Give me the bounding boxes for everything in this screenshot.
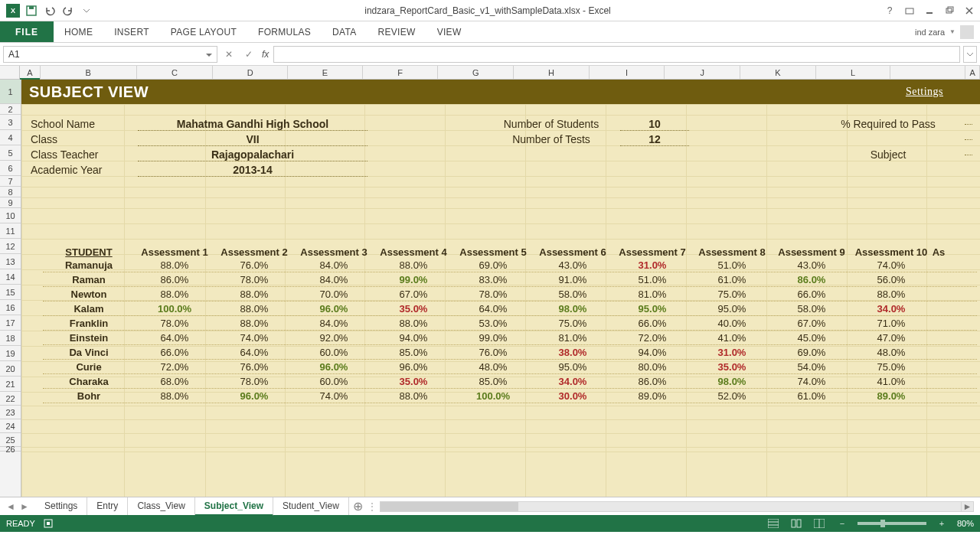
cell-grid[interactable]: SUBJECT VIEW Settings School Name Mahatm… [21,80,980,497]
col-header[interactable]: D [213,66,288,79]
row-header[interactable]: 16 [0,300,21,315]
row-header[interactable]: 8 [0,187,21,197]
normal-view-icon[interactable] [766,517,781,530]
zoom-in-icon[interactable]: + [934,517,949,530]
formula-input[interactable] [273,46,960,63]
qat-customize-icon[interactable] [78,2,95,19]
row-header[interactable]: 2 [0,104,21,115]
scroll-right-icon[interactable]: ► [961,502,973,511]
col-header[interactable]: L [816,66,891,79]
row-header[interactable]: 11 [0,223,21,239]
student-name: Einstein [43,332,135,344]
row-header[interactable]: 12 [0,239,21,254]
row-header[interactable]: 20 [0,361,21,377]
page-break-view-icon[interactable] [812,517,827,530]
row-header[interactable]: 26 [0,447,21,452]
sheet-tab-settings[interactable]: Settings [35,497,87,515]
expand-formula-icon[interactable] [963,46,977,63]
ribbon-display-icon[interactable] [900,3,919,18]
score-cell: 71.0% [851,318,931,329]
row-header[interactable]: 18 [0,331,21,346]
col-header[interactable]: K [740,66,816,79]
tab-data[interactable]: DATA [322,21,367,42]
score-cell: 45.0% [772,332,851,344]
zoom-slider[interactable] [858,522,926,525]
macro-icon[interactable] [43,518,54,529]
row-header[interactable]: 7 [0,176,21,187]
col-header[interactable]: E [288,66,363,79]
row-header[interactable]: 19 [0,346,21,361]
row-header[interactable]: 3 [0,115,21,130]
score-cell: 69.0% [772,347,851,358]
redo-icon[interactable] [60,2,77,19]
horizontal-scrollbar[interactable]: ◄ ► [380,501,974,512]
row-header[interactable]: 4 [0,130,21,145]
col-header[interactable]: I [590,66,665,79]
cancel-formula-icon[interactable]: ✕ [220,46,237,63]
student-name: Charaka [43,376,135,387]
name-box[interactable]: A1 [3,46,217,63]
sheet-tab-entry[interactable]: Entry [87,497,128,515]
title-bar: X indzara_ReportCard_Basic_v1_withSample… [0,0,980,21]
excel-icon[interactable]: X [5,2,21,19]
sheet-tab-subject_view[interactable]: Subject_View [195,497,273,516]
row-header[interactable]: 13 [0,254,21,269]
row-header[interactable]: 10 [0,208,21,223]
row-header[interactable]: 5 [0,145,21,161]
row-header[interactable]: 15 [0,285,21,300]
row-header[interactable]: 6 [0,161,21,176]
tab-review[interactable]: REVIEW [368,21,426,42]
sheet-nav-next-icon[interactable]: ► [18,500,31,513]
col-header[interactable]: B [41,66,137,79]
undo-icon[interactable] [41,2,58,19]
tab-home[interactable]: HOME [54,21,103,42]
tab-formulas[interactable]: FORMULAS [247,21,322,42]
close-icon[interactable] [960,3,978,18]
spreadsheet[interactable]: ABCDEFGHIJKLA 12345678910111213141516171… [0,66,980,497]
help-icon[interactable]: ? [880,3,899,18]
fx-icon[interactable]: fx [260,49,270,60]
tab-insert[interactable]: INSERT [103,21,160,42]
col-header[interactable]: J [665,66,740,79]
col-header[interactable]: H [514,66,590,79]
col-header[interactable] [890,66,965,79]
row-headers[interactable]: 1234567891011121314151617181920212223242… [0,80,21,497]
col-header[interactable]: F [363,66,439,79]
restore-icon[interactable] [940,3,959,18]
row-header[interactable]: 21 [0,377,21,392]
user-account[interactable]: ind zara ▼ [915,25,980,39]
save-icon[interactable] [23,2,40,19]
table-header-assessment: Assessment 3 [294,246,374,258]
col-header[interactable]: A [965,66,980,79]
settings-link[interactable]: Settings [906,86,943,98]
value-year: 2013-14 [138,164,368,177]
col-header[interactable]: C [137,66,214,79]
svg-rect-4 [946,8,952,13]
scroll-thumb[interactable] [381,502,518,511]
row-header[interactable]: 1 [0,80,21,104]
row-header[interactable]: 22 [0,392,21,406]
row-header[interactable]: 23 [0,406,21,419]
add-sheet-icon[interactable]: ⊕ [349,499,368,514]
sheet-nav-prev-icon[interactable]: ◄ [5,500,17,513]
tab-page-layout[interactable]: PAGE LAYOUT [160,21,247,42]
row-header[interactable]: 9 [0,197,21,208]
row-header[interactable]: 24 [0,419,21,433]
sheet-tab-class_view[interactable]: Class_View [128,497,194,515]
page-layout-view-icon[interactable] [789,517,804,530]
label-teacher: Class Teacher [31,148,138,161]
col-header[interactable]: A [20,66,40,79]
table-header-assessment: Assessment 1 [135,246,214,258]
minimize-icon[interactable] [920,3,939,18]
col-header[interactable]: G [438,66,514,79]
score-cell: 94.0% [612,347,692,358]
row-header[interactable]: 14 [0,269,21,285]
select-all-corner[interactable] [0,66,20,79]
tab-view[interactable]: VIEW [426,21,472,42]
enter-formula-icon[interactable]: ✓ [240,46,257,63]
tab-file[interactable]: FILE [0,21,54,42]
sheet-tab-student_view[interactable]: Student_View [273,497,349,515]
zoom-out-icon[interactable]: − [835,517,850,530]
column-headers[interactable]: ABCDEFGHIJKLA [0,66,980,80]
row-header[interactable]: 17 [0,315,21,331]
